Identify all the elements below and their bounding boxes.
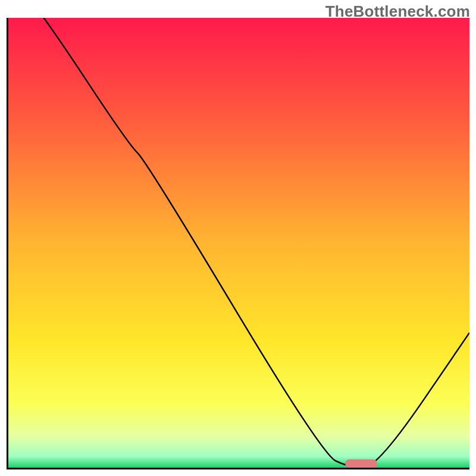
watermark-text: TheBottleneck.com bbox=[325, 2, 470, 21]
bottleneck-curve bbox=[8, 18, 469, 468]
chart-frame: TheBottleneck.com bbox=[0, 0, 476, 476]
plot-area bbox=[7, 18, 469, 469]
optimum-marker bbox=[345, 459, 377, 468]
